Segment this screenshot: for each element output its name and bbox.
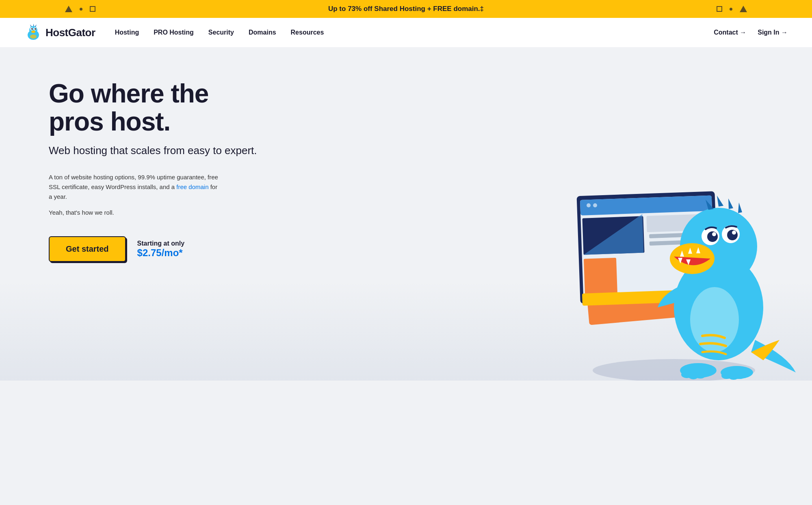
logo-link[interactable]: HostGator <box>24 24 95 41</box>
svg-marker-51 <box>717 196 723 207</box>
svg-point-48 <box>712 232 716 236</box>
svg-marker-53 <box>738 202 742 213</box>
square-icon-right <box>717 6 722 12</box>
svg-marker-10 <box>33 24 34 26</box>
hero-content: Go where the pros host. Web hosting that… <box>49 80 268 262</box>
dot-icon-left <box>80 8 82 11</box>
dot-icon-right <box>730 8 732 11</box>
hero-headline: Go where the pros host. <box>49 80 268 136</box>
logo-wordmark: HostGator <box>45 26 95 39</box>
logo-gator-icon <box>24 24 42 41</box>
svg-marker-11 <box>35 24 37 27</box>
svg-point-18 <box>587 203 591 207</box>
nav-resources[interactable]: Resources <box>291 29 324 36</box>
navbar: HostGator Hosting PRO Hosting Security D… <box>0 18 812 47</box>
hero-subheadline: Web hosting that scales from easy to exp… <box>49 144 268 158</box>
svg-point-7 <box>35 28 36 28</box>
triangle-icon-right <box>740 6 747 12</box>
get-started-button[interactable]: Get started <box>49 236 126 262</box>
svg-point-12 <box>30 35 37 39</box>
hero-description: A ton of website hosting options, 99.9% … <box>49 172 219 202</box>
banner-text: Up to 73% off Shared Hosting + FREE doma… <box>328 5 484 13</box>
nav-links: Hosting PRO Hosting Security Domains Res… <box>115 29 714 36</box>
nav-domains[interactable]: Domains <box>249 29 276 36</box>
top-banner: Up to 73% off Shared Hosting + FREE doma… <box>0 0 812 18</box>
square-icon-left <box>90 6 95 12</box>
svg-rect-22 <box>584 258 617 296</box>
svg-marker-52 <box>728 198 733 209</box>
svg-marker-9 <box>30 24 32 27</box>
free-domain-link[interactable]: free domain <box>176 183 208 190</box>
pricing-amount: $2.75/mo* <box>137 247 184 259</box>
hero-illustration <box>503 112 804 381</box>
svg-point-6 <box>32 28 32 28</box>
banner-icons-right <box>717 6 747 12</box>
nav-hosting[interactable]: Hosting <box>115 29 139 36</box>
nav-actions: Contact → Sign In → <box>714 29 788 36</box>
svg-point-33 <box>695 372 706 379</box>
svg-point-46 <box>707 231 718 242</box>
svg-point-36 <box>735 372 745 379</box>
svg-point-47 <box>727 230 738 240</box>
banner-icons-left <box>65 6 95 12</box>
hero-tagline: Yeah, that's how we roll. <box>49 209 268 216</box>
svg-point-19 <box>593 203 597 207</box>
nav-security[interactable]: Security <box>208 29 234 36</box>
signin-link[interactable]: Sign In → <box>758 29 788 36</box>
svg-point-8 <box>31 30 35 33</box>
hero-cta-row: Get started Starting at only $2.75/mo* <box>49 236 268 262</box>
contact-link[interactable]: Contact → <box>714 29 746 36</box>
svg-point-49 <box>732 231 736 235</box>
hero-section: Go where the pros host. Web hosting that… <box>0 47 812 381</box>
pricing-block: Starting at only $2.75/mo* <box>137 240 184 259</box>
triangle-icon-left <box>65 6 72 12</box>
pricing-label: Starting at only <box>137 240 184 247</box>
nav-pro-hosting[interactable]: PRO Hosting <box>154 29 194 36</box>
